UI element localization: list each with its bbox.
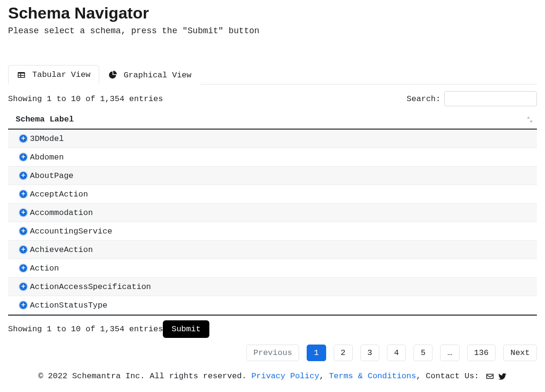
table-row: +AcceptAction: [8, 185, 537, 204]
table-cell: +Abdomen: [8, 148, 537, 167]
footer: © 2022 Schemantra Inc. All rights reserv…: [8, 372, 537, 381]
search-input[interactable]: [444, 91, 537, 106]
schema-label[interactable]: AcceptAction: [30, 190, 88, 199]
table-row: +3DModel: [8, 129, 537, 148]
page-previous[interactable]: Previous: [246, 345, 300, 361]
schema-label[interactable]: ActionAccessSpecification: [30, 282, 151, 291]
table-row: +AchieveAction: [8, 241, 537, 259]
footer-sep2: , Contact Us:: [416, 372, 484, 381]
expand-icon[interactable]: +: [19, 189, 28, 199]
pagination: Previous 12345…136 Next: [8, 345, 537, 361]
page-title: Schema Navigator: [8, 4, 537, 22]
schema-label[interactable]: AchieveAction: [30, 245, 93, 254]
expand-icon[interactable]: +: [19, 300, 28, 310]
table-cell: +Accommodation: [8, 204, 537, 222]
schema-label[interactable]: Abdomen: [30, 153, 64, 162]
search-label: Search:: [407, 94, 441, 103]
footer-sep1: ,: [319, 372, 329, 381]
schema-label[interactable]: ActionStatusType: [30, 301, 107, 310]
tab-tabular[interactable]: Tabular View: [8, 65, 99, 84]
table-cell: +ActionAccessSpecification: [8, 278, 537, 296]
search-wrap: Search:: [407, 91, 537, 106]
table-row: +ActionAccessSpecification: [8, 278, 537, 296]
page-ellipsis: …: [440, 345, 459, 361]
schema-label[interactable]: 3DModel: [30, 134, 64, 143]
table-cell: +AcceptAction: [8, 185, 537, 204]
tab-tabular-label: Tabular View: [32, 70, 90, 79]
page-next[interactable]: Next: [503, 345, 537, 361]
tabs: Tabular View Graphical View: [8, 65, 537, 84]
sort-icon: [526, 115, 534, 124]
envelope-icon[interactable]: [486, 372, 494, 381]
column-header-text: Schema Label: [16, 115, 74, 124]
table-row: +AccountingService: [8, 222, 537, 241]
schema-label[interactable]: AccountingService: [30, 227, 112, 236]
chart-pie-icon: [108, 71, 117, 79]
footer-copyright: © 2022 Schemantra Inc. All rights reserv…: [38, 372, 252, 381]
table-cell: +Action: [8, 259, 537, 278]
table-cell: +AchieveAction: [8, 241, 537, 259]
schema-label[interactable]: Action: [30, 264, 59, 273]
column-header-schema-label[interactable]: Schema Label: [8, 110, 537, 129]
footer-terms-link[interactable]: Terms & Conditions: [329, 372, 416, 381]
table-row: +Action: [8, 259, 537, 278]
footer-privacy-link[interactable]: Privacy Policy: [252, 372, 319, 381]
page-number[interactable]: 3: [360, 345, 379, 361]
expand-icon[interactable]: +: [19, 171, 28, 180]
table-info-bottom: Showing 1 to 10 of 1,354 entries: [8, 325, 163, 334]
schema-table: Schema Label +3DModel+Abdomen+AboutPage+…: [8, 110, 537, 315]
page-number[interactable]: 2: [334, 345, 353, 361]
twitter-icon[interactable]: [498, 372, 507, 381]
schema-label[interactable]: AboutPage: [30, 171, 74, 180]
page-number[interactable]: 1: [307, 345, 326, 361]
table-cell: +AboutPage: [8, 167, 537, 185]
schema-label[interactable]: Accommodation: [30, 208, 93, 217]
table-cell: +AccountingService: [8, 222, 537, 241]
page-number[interactable]: 4: [387, 345, 406, 361]
tab-graphical-label: Graphical View: [123, 71, 191, 80]
submit-button[interactable]: Submit: [163, 320, 209, 338]
table-cell: +3DModel: [8, 129, 537, 148]
table-row: +Abdomen: [8, 148, 537, 167]
table-cell: +ActionStatusType: [8, 296, 537, 315]
expand-icon[interactable]: +: [19, 134, 28, 143]
page-number[interactable]: 136: [467, 345, 496, 361]
table-info-top: Showing 1 to 10 of 1,354 entries: [8, 94, 163, 103]
expand-icon[interactable]: +: [19, 226, 28, 236]
table-row: +ActionStatusType: [8, 296, 537, 315]
table-row: +AboutPage: [8, 167, 537, 185]
expand-icon[interactable]: +: [19, 152, 28, 162]
expand-icon[interactable]: +: [19, 245, 28, 254]
expand-icon[interactable]: +: [19, 208, 28, 217]
tab-graphical[interactable]: Graphical View: [99, 65, 200, 84]
expand-icon[interactable]: +: [19, 282, 28, 291]
table-icon: [17, 71, 26, 79]
page-subtitle: Please select a schema, press the "Submi…: [8, 26, 537, 36]
expand-icon[interactable]: +: [19, 263, 28, 273]
table-row: +Accommodation: [8, 204, 537, 222]
page-number[interactable]: 5: [413, 345, 432, 361]
